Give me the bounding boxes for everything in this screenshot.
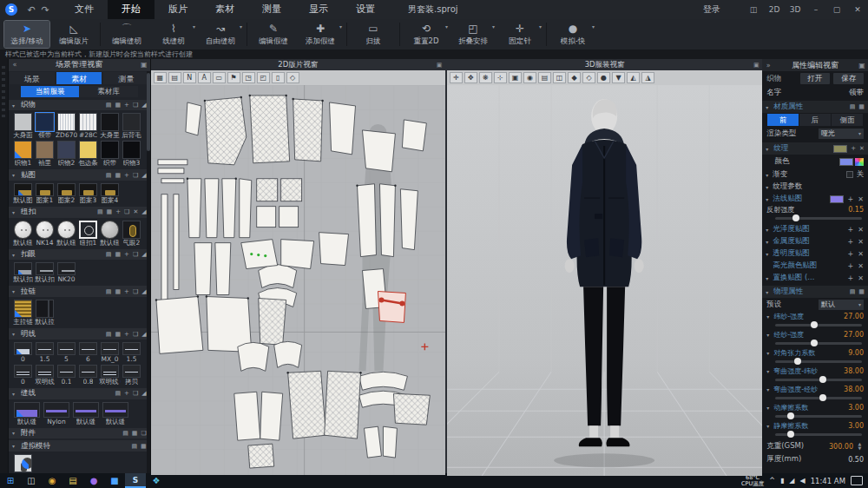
pin-panel-icon[interactable]: ▣ xyxy=(433,62,445,69)
redo-icon[interactable]: ↷ xyxy=(38,4,52,16)
save-icon[interactable]: ▦ xyxy=(115,288,121,295)
buttonhole-item[interactable]: 默认扣 xyxy=(34,262,56,283)
weft-strength-value[interactable]: 27.00 xyxy=(844,313,864,320)
pin-panel-icon[interactable]: ▣ xyxy=(750,62,762,69)
section-thread[interactable]: ▾ 缝线 ▤ + ❏ ◢ xyxy=(9,388,150,399)
thread-item-selected[interactable]: 默认缝 xyxy=(12,402,42,425)
thread-item[interactable]: 默认缝 xyxy=(101,402,130,425)
reflect-slider[interactable] xyxy=(775,217,862,220)
collapse-panel-icon[interactable]: « xyxy=(9,61,21,69)
texture-item[interactable]: 图案4 xyxy=(99,183,121,204)
show-baseline-icon[interactable]: ▯ xyxy=(272,72,285,83)
tool-iron[interactable]: ▭ 归拔 xyxy=(351,21,396,48)
buttonhole-item-selected[interactable]: 默认扣 xyxy=(12,262,34,283)
menu-pattern[interactable]: 版片 xyxy=(155,0,201,19)
show-silhouette-icon[interactable]: ◇ xyxy=(286,72,299,83)
bend-weft-slider[interactable] xyxy=(775,379,862,381)
save-button[interactable]: 保存 xyxy=(833,73,864,84)
folder-icon[interactable]: ▤ xyxy=(106,172,112,179)
folder-icon[interactable]: ▤ xyxy=(850,288,856,295)
trash-icon[interactable]: ✕ xyxy=(858,262,864,270)
garment-3d-canvas[interactable] xyxy=(447,85,762,473)
battery-icon[interactable]: ▮ xyxy=(780,477,784,485)
photos-app-icon[interactable]: ❖ xyxy=(146,473,167,488)
section-avatar[interactable]: ▾ 虚拟模特 ▤ ▦ xyxy=(9,440,150,452)
trash-icon[interactable]: ✕ xyxy=(858,226,864,234)
add-icon[interactable]: + xyxy=(848,274,854,282)
trash-icon[interactable]: ✕ xyxy=(858,238,864,246)
gravity-icon[interactable]: ⊹ xyxy=(494,72,507,83)
tool-edit-basting[interactable]: ✎ 编辑假缝 xyxy=(251,21,296,48)
tab-material[interactable]: 素材 xyxy=(56,72,102,84)
tool-free-sewing[interactable]: ▾ ↝ 自由缝纫 xyxy=(198,21,243,48)
fabric-item[interactable]: 织物2 xyxy=(56,141,77,167)
zipper-item-selected[interactable]: 主拉链 xyxy=(12,300,34,326)
button-item[interactable]: 默认纽 xyxy=(99,221,121,247)
caret-down-icon[interactable]: ▾ xyxy=(539,23,542,30)
texture-swatch[interactable] xyxy=(833,145,847,153)
show-notch-icon[interactable]: N xyxy=(183,72,196,83)
fabric-item[interactable]: 后背毛 xyxy=(121,113,142,139)
warp-strength-slider[interactable] xyxy=(775,342,862,345)
bend-weft-value[interactable]: 38.00 xyxy=(844,367,864,375)
topstitch-item[interactable]: 1.5 xyxy=(34,342,56,363)
view-2d-toggle[interactable]: 2D xyxy=(764,0,785,19)
folder-icon[interactable]: ▤ xyxy=(122,430,128,437)
cpu-temp-widget[interactable]: 68°C CPU温度 xyxy=(741,475,764,487)
save-icon[interactable]: ▦ xyxy=(107,208,113,215)
topstitch-item[interactable]: 1.5 xyxy=(121,342,142,363)
caret-down-icon[interactable]: ▾ xyxy=(592,23,595,30)
taskbar-app-icon[interactable]: ■ xyxy=(104,473,125,488)
shade-textured-icon[interactable]: ◆ xyxy=(568,72,581,83)
shade-stress-icon[interactable]: ▼ xyxy=(612,72,625,83)
file-explorer-icon[interactable]: ▤ xyxy=(62,473,83,488)
folder-icon[interactable]: ▤ xyxy=(106,331,112,338)
pin-panel-icon[interactable]: ▣ xyxy=(856,62,868,69)
minimize-icon[interactable]: – xyxy=(806,0,826,19)
avatar-arrange-icon[interactable]: ❋ xyxy=(479,72,492,83)
show-garment-3d-icon[interactable]: ◉ xyxy=(523,72,536,83)
save-icon[interactable]: ▦ xyxy=(132,430,138,437)
render-type-dropdown[interactable]: 哑光 ▾ xyxy=(819,129,864,139)
section-texture-map[interactable]: ▾ 纹理 + ✕ xyxy=(762,142,868,155)
fabric-item[interactable]: #28C xyxy=(77,113,99,139)
tool-fold-arrange[interactable]: ▾ ◰ 折叠安排 xyxy=(450,21,496,48)
topstitch-item[interactable]: 双明线 0 xyxy=(99,365,121,386)
tool-line-sewing[interactable]: ▾ ⌇ 线缝纫 xyxy=(151,21,196,48)
maximize-icon[interactable]: ▢ xyxy=(826,0,847,19)
tool-reset-2d[interactable]: ▾ ⟲ 重置2D xyxy=(404,21,449,48)
topstitch-item[interactable]: 0.8 xyxy=(77,365,99,386)
button-item[interactable]: 气眼2 xyxy=(121,221,142,247)
add-icon[interactable]: + xyxy=(124,331,129,338)
folder-icon[interactable]: ▤ xyxy=(850,103,856,110)
thickness-field[interactable]: 0.50 xyxy=(848,456,864,464)
section-buttonhole[interactable]: ▾ 扣眼 ▤ ▦ + ❏ ◢ xyxy=(9,249,150,260)
subtab-current-garment[interactable]: 当前服装 xyxy=(21,86,79,97)
show-seams-3d-icon[interactable]: ▤ xyxy=(538,72,551,83)
tool-simulate[interactable]: ▾ ● 模拟-快 xyxy=(550,21,595,48)
bend-warp-slider[interactable] xyxy=(775,397,862,399)
diagonal-tension-slider[interactable] xyxy=(775,360,862,363)
tool-pin[interactable]: ▾ ✛ 固定针 xyxy=(497,21,542,48)
section-texture[interactable]: ▾ 贴图 ▤ ▦ + ❏ ◢ xyxy=(9,169,150,181)
bend-warp-value[interactable]: 38.00 xyxy=(844,386,864,393)
color-picker-icon[interactable] xyxy=(855,158,864,166)
folder-icon[interactable]: ▤ xyxy=(97,208,103,215)
fabric-item[interactable]: 包边条 xyxy=(77,141,99,167)
sidebar-scrollbar[interactable] xyxy=(147,71,150,473)
shade-mesh-icon[interactable]: ● xyxy=(597,72,610,83)
copy-icon[interactable]: ❏ xyxy=(133,102,138,109)
trash-icon[interactable]: ✕ xyxy=(858,274,864,282)
fabric-item[interactable]: 织物1 xyxy=(12,141,34,167)
texture-item[interactable]: 图案1 xyxy=(34,183,56,204)
start-button-icon[interactable]: ⊞ xyxy=(0,473,21,488)
menu-file[interactable]: 文件 xyxy=(61,0,108,19)
topstitch-item[interactable]: 拷贝 xyxy=(121,365,142,386)
reflect-value[interactable]: 0.15 xyxy=(848,206,864,214)
tab-measure[interactable]: 测量 xyxy=(103,72,148,84)
thread-item[interactable]: 默认缝 xyxy=(71,402,101,425)
show-grainline-icon[interactable]: ⚑ xyxy=(227,72,240,83)
save-icon[interactable]: ▦ xyxy=(115,172,121,179)
open-button[interactable]: 打开 xyxy=(800,73,831,84)
save-icon[interactable]: ▦ xyxy=(858,288,865,295)
